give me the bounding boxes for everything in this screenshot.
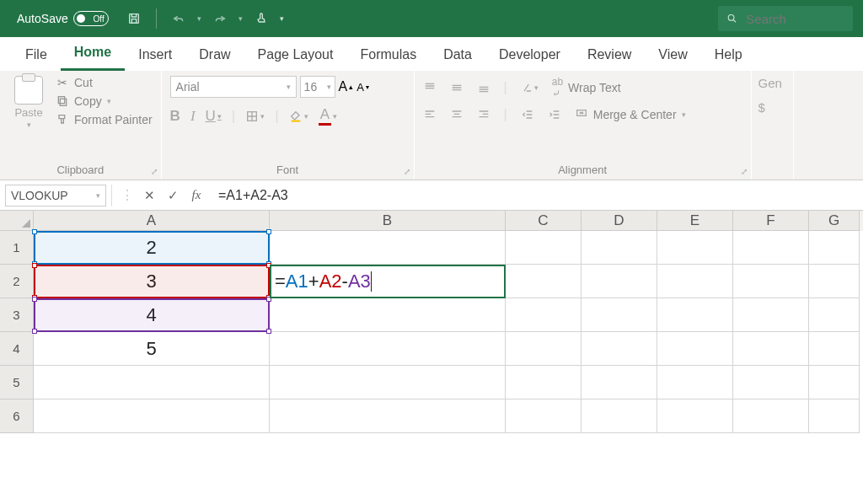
col-header-D[interactable]: D <box>582 211 657 231</box>
borders-button[interactable]: ▾ <box>245 110 265 123</box>
cell-G1[interactable] <box>809 231 860 265</box>
row-header-1[interactable]: 1 <box>0 231 34 265</box>
fx-button[interactable]: fx <box>185 185 208 206</box>
redo-icon[interactable] <box>208 7 232 30</box>
select-all-corner[interactable] <box>0 211 34 231</box>
cell-G2[interactable] <box>809 265 860 298</box>
cell-E1[interactable] <box>657 231 733 265</box>
format-painter-button[interactable]: Format Painter <box>56 113 153 126</box>
increase-indent-icon[interactable] <box>548 108 561 121</box>
fill-color-button[interactable]: ▾ <box>289 110 308 123</box>
cell-B5[interactable] <box>270 366 506 399</box>
cell-F6[interactable] <box>733 399 809 433</box>
col-header-A[interactable]: A <box>34 211 270 231</box>
cell-B2[interactable]: =A1+A2-A3 <box>270 265 506 298</box>
decrease-font-icon[interactable]: A▾ <box>356 81 369 94</box>
undo-icon[interactable] <box>167 7 190 30</box>
cell-E3[interactable] <box>657 298 733 332</box>
tab-data[interactable]: Data <box>430 40 485 71</box>
align-center-icon[interactable] <box>450 108 464 121</box>
italic-button[interactable]: I <box>190 108 196 125</box>
tab-insert[interactable]: Insert <box>125 40 185 71</box>
cell-F5[interactable] <box>733 366 809 399</box>
cell-C3[interactable] <box>506 298 582 332</box>
chevron-down-icon[interactable]: ▾ <box>239 14 243 23</box>
align-right-icon[interactable] <box>477 108 490 121</box>
increase-font-icon[interactable]: A▴ <box>339 79 354 94</box>
tab-home[interactable]: Home <box>61 38 125 71</box>
merge-center-button[interactable]: Merge & Center ▾ <box>575 106 686 122</box>
cell-F4[interactable] <box>733 332 809 366</box>
cell-D3[interactable] <box>582 298 657 332</box>
align-left-icon[interactable] <box>423 108 437 121</box>
col-header-G[interactable]: G <box>809 211 860 231</box>
row-header-2[interactable]: 2 <box>0 265 34 298</box>
cell-C5[interactable] <box>506 366 582 399</box>
cell-A2[interactable]: 3 <box>34 265 270 298</box>
cancel-formula-button[interactable]: ✕ <box>137 185 161 206</box>
tab-review[interactable]: Review <box>574 40 645 71</box>
row-header-3[interactable]: 3 <box>0 298 34 332</box>
align-middle-icon[interactable] <box>450 81 464 94</box>
tab-page-layout[interactable]: Page Layout <box>244 40 347 71</box>
cell-F1[interactable] <box>733 231 809 265</box>
dialog-launcher-icon[interactable]: ⤢ <box>151 167 158 176</box>
col-header-C[interactable]: C <box>506 211 582 231</box>
tab-view[interactable]: View <box>645 40 700 71</box>
wrap-text-button[interactable]: ab⤶ Wrap Text <box>552 76 621 99</box>
row-header-5[interactable]: 5 <box>0 366 34 399</box>
chevron-down-icon[interactable]: ▾ <box>280 14 284 23</box>
col-header-E[interactable]: E <box>657 211 733 231</box>
search-input[interactable] <box>746 12 844 26</box>
cell-B1[interactable] <box>270 231 506 265</box>
cell-E5[interactable] <box>657 366 733 399</box>
col-header-F[interactable]: F <box>733 211 809 231</box>
paste-button[interactable]: Paste ▾ <box>8 76 49 162</box>
cell-C1[interactable] <box>506 231 582 265</box>
chevron-down-icon[interactable]: ▾ <box>96 191 100 200</box>
tab-file[interactable]: File <box>12 40 61 71</box>
dialog-launcher-icon[interactable]: ⤢ <box>404 167 410 176</box>
currency-icon[interactable]: $ <box>758 100 785 115</box>
tab-formulas[interactable]: Formulas <box>346 40 430 71</box>
cell-E2[interactable] <box>657 265 733 298</box>
autosave-toggle[interactable]: AutoSave Off <box>10 8 115 29</box>
cell-B3[interactable] <box>270 298 506 332</box>
font-color-button[interactable]: A ▾ <box>319 106 337 126</box>
touch-icon[interactable] <box>249 7 273 30</box>
font-name-select[interactable]: Arial ▾ <box>170 76 297 98</box>
cell-D5[interactable] <box>582 366 657 399</box>
cell-B4[interactable] <box>270 332 506 366</box>
cell-E6[interactable] <box>657 399 733 433</box>
cell-A3[interactable]: 4 <box>34 298 270 332</box>
cell-G6[interactable] <box>809 399 860 433</box>
decrease-indent-icon[interactable] <box>521 108 534 121</box>
cell-A6[interactable] <box>34 399 270 433</box>
row-header-6[interactable]: 6 <box>0 399 34 433</box>
cell-C4[interactable] <box>506 332 582 366</box>
chevron-down-icon[interactable]: ▾ <box>27 121 31 129</box>
dialog-launcher-icon[interactable]: ⤢ <box>741 167 748 176</box>
underline-button[interactable]: U ▾ <box>206 108 222 125</box>
tab-help[interactable]: Help <box>701 40 756 71</box>
orientation-icon[interactable]: ▾ <box>521 81 539 94</box>
font-size-select[interactable]: 16 ▾ <box>300 76 335 98</box>
chevron-down-icon[interactable]: ▾ <box>197 14 201 23</box>
cut-button[interactable]: ✂ Cut <box>56 76 153 89</box>
cell-G3[interactable] <box>809 298 860 332</box>
bold-button[interactable]: B <box>170 108 180 125</box>
cell-A1[interactable]: 2 <box>34 231 270 265</box>
col-header-B[interactable]: B <box>270 211 506 231</box>
cell-E4[interactable] <box>657 332 733 366</box>
cell-C6[interactable] <box>506 399 582 433</box>
search-box[interactable] <box>718 6 853 31</box>
tab-developer[interactable]: Developer <box>485 40 574 71</box>
cell-C2[interactable] <box>506 265 582 298</box>
cell-B6[interactable] <box>270 399 506 433</box>
cell-A4[interactable]: 5 <box>34 332 270 366</box>
cell-F3[interactable] <box>733 298 809 332</box>
number-format-label[interactable]: Gen <box>758 76 785 90</box>
cell-G4[interactable] <box>809 332 860 366</box>
save-icon[interactable] <box>122 7 146 30</box>
cell-F2[interactable] <box>733 265 809 298</box>
